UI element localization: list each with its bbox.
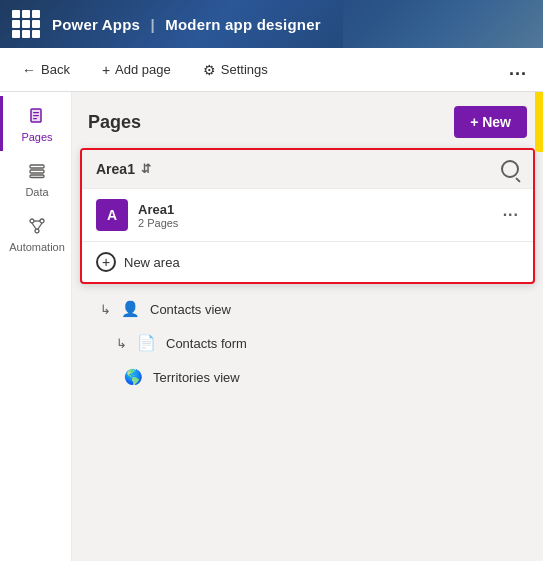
svg-line-12 [38,223,42,229]
sidebar-label-pages: Pages [21,131,52,143]
search-icon[interactable] [501,160,519,178]
area-title: Area1 ⇵ [96,161,501,177]
form-icon: 📄 [137,334,156,352]
area-name: Area1 [138,202,493,217]
page-item-contacts-view[interactable]: ↳ 👤 Contacts view [72,292,543,326]
back-icon: ← [22,62,36,78]
indent-icon-2: ↳ [116,336,127,351]
indent-icon: ↳ [100,302,111,317]
new-area-row[interactable]: + New area [82,242,533,282]
sort-icon: ⇵ [141,162,151,176]
page-label: Contacts form [166,336,247,351]
data-icon [25,159,49,183]
globe-icon: 🌎 [124,368,143,386]
person-icon: 👤 [121,300,140,318]
sidebar-label-data: Data [25,186,48,198]
area-item[interactable]: A Area1 2 Pages ··· [82,189,533,242]
new-area-label: New area [124,255,180,270]
pages-icon [25,104,49,128]
svg-line-11 [32,223,36,229]
svg-rect-5 [30,170,44,173]
yellow-tab [535,92,543,152]
area-dropdown-panel: Area1 ⇵ A Area1 2 Pages ··· + New area [80,148,535,284]
svg-rect-6 [30,175,44,178]
content-area: Pages + New Area1 ⇵ A Area1 2 Pages ··· [72,92,543,561]
automation-icon [25,214,49,238]
svg-rect-3 [33,118,37,119]
area-more-button[interactable]: ··· [503,206,519,224]
area-info: Area1 2 Pages [138,202,493,229]
page-label: Contacts view [150,302,231,317]
area-avatar: A [96,199,128,231]
page-item-contacts-form[interactable]: ↳ 📄 Contacts form [72,326,543,360]
page-item-territories-view[interactable]: 🌎 Territories view [72,360,543,394]
svg-point-9 [35,229,39,233]
add-page-button[interactable]: + Add page [96,58,177,82]
gear-icon: ⚙ [203,62,216,78]
app-title: Power Apps | Modern app designer [52,16,321,33]
back-button[interactable]: ← Back [16,58,76,82]
sidebar-label-automation: Automation [9,241,65,253]
plus-circle-icon: + [96,252,116,272]
waffle-icon[interactable] [12,10,40,38]
sidebar-item-automation[interactable]: Automation [0,206,72,261]
main-layout: Pages Data [0,92,543,561]
toolbar: ← Back + Add page ⚙ Settings ... [0,48,543,92]
page-label: Territories view [153,370,240,385]
settings-button[interactable]: ⚙ Settings [197,58,274,82]
pages-title: Pages [88,112,454,133]
svg-rect-2 [33,115,39,116]
sidebar-item-data[interactable]: Data [0,151,72,206]
dropdown-header: Area1 ⇵ [82,150,533,189]
new-button[interactable]: + New [454,106,527,138]
header-bar: Power Apps | Modern app designer [0,0,543,48]
area-pages-count: 2 Pages [138,217,493,229]
plus-icon: + [102,62,110,78]
svg-point-7 [30,219,34,223]
more-button[interactable]: ... [509,59,527,80]
sidebar-item-pages[interactable]: Pages [0,96,72,151]
sidebar: Pages Data [0,92,72,561]
pages-header: Pages + New [72,92,543,148]
svg-rect-4 [30,165,44,168]
svg-rect-1 [33,112,39,113]
svg-point-8 [40,219,44,223]
